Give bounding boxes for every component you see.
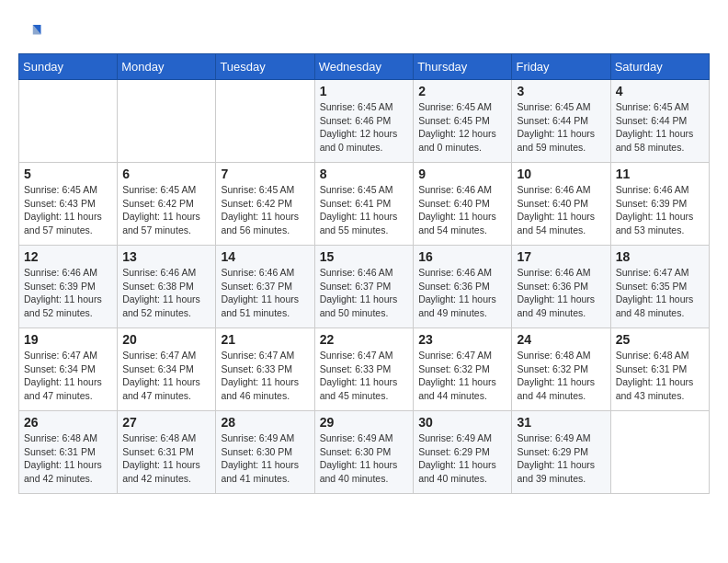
calendar-cell: 18Sunrise: 6:47 AM Sunset: 6:35 PM Dayli…: [610, 246, 709, 328]
calendar-cell: 27Sunrise: 6:48 AM Sunset: 6:31 PM Dayli…: [118, 411, 216, 494]
day-info: Sunrise: 6:47 AM Sunset: 6:34 PM Dayligh…: [122, 349, 210, 403]
logo-icon: [18, 18, 44, 44]
day-number: 2: [418, 84, 506, 98]
calendar-cell: [610, 411, 709, 494]
day-number: 3: [517, 84, 605, 98]
calendar-week-2: 5Sunrise: 6:45 AM Sunset: 6:43 PM Daylig…: [19, 163, 710, 246]
calendar-cell: [19, 80, 118, 163]
calendar-cell: 7Sunrise: 6:45 AM Sunset: 6:42 PM Daylig…: [216, 163, 314, 246]
day-info: Sunrise: 6:46 AM Sunset: 6:40 PM Dayligh…: [517, 183, 605, 237]
day-number: 26: [24, 415, 112, 430]
day-number: 30: [418, 415, 506, 430]
day-info: Sunrise: 6:47 AM Sunset: 6:32 PM Dayligh…: [418, 349, 506, 403]
weekday-header-row: SundayMondayTuesdayWednesdayThursdayFrid…: [19, 54, 710, 80]
day-info: Sunrise: 6:46 AM Sunset: 6:37 PM Dayligh…: [221, 266, 309, 320]
calendar-week-1: 1Sunrise: 6:45 AM Sunset: 6:46 PM Daylig…: [19, 80, 710, 163]
day-number: 11: [616, 167, 704, 181]
day-number: 31: [517, 415, 605, 430]
day-number: 19: [24, 332, 112, 347]
page-header: [18, 18, 710, 44]
calendar-cell: 12Sunrise: 6:46 AM Sunset: 6:39 PM Dayli…: [19, 246, 118, 328]
calendar-cell: 4Sunrise: 6:45 AM Sunset: 6:44 PM Daylig…: [610, 80, 709, 163]
calendar-cell: [216, 80, 314, 163]
day-info: Sunrise: 6:47 AM Sunset: 6:35 PM Dayligh…: [616, 266, 704, 320]
day-number: 18: [616, 249, 704, 264]
calendar-cell: 2Sunrise: 6:45 AM Sunset: 6:45 PM Daylig…: [414, 80, 512, 163]
day-info: Sunrise: 6:47 AM Sunset: 6:33 PM Dayligh…: [320, 349, 409, 403]
day-info: Sunrise: 6:46 AM Sunset: 6:39 PM Dayligh…: [24, 266, 112, 320]
weekday-header-monday: Monday: [118, 54, 216, 80]
day-info: Sunrise: 6:47 AM Sunset: 6:34 PM Dayligh…: [24, 349, 112, 403]
day-number: 9: [418, 167, 506, 181]
day-info: Sunrise: 6:49 AM Sunset: 6:29 PM Dayligh…: [418, 431, 506, 486]
calendar-cell: 20Sunrise: 6:47 AM Sunset: 6:34 PM Dayli…: [118, 328, 216, 411]
day-number: 13: [122, 249, 210, 264]
calendar-cell: 1Sunrise: 6:45 AM Sunset: 6:46 PM Daylig…: [314, 80, 414, 163]
weekday-header-saturday: Saturday: [610, 54, 709, 80]
day-info: Sunrise: 6:45 AM Sunset: 6:42 PM Dayligh…: [221, 183, 309, 237]
calendar-cell: 31Sunrise: 6:49 AM Sunset: 6:29 PM Dayli…: [512, 411, 610, 494]
calendar-cell: 13Sunrise: 6:46 AM Sunset: 6:38 PM Dayli…: [118, 246, 216, 328]
day-number: 20: [122, 332, 210, 347]
day-info: Sunrise: 6:49 AM Sunset: 6:30 PM Dayligh…: [221, 431, 309, 486]
weekday-header-wednesday: Wednesday: [314, 54, 414, 80]
day-info: Sunrise: 6:45 AM Sunset: 6:44 PM Dayligh…: [517, 100, 605, 155]
calendar-cell: 15Sunrise: 6:46 AM Sunset: 6:37 PM Dayli…: [314, 246, 414, 328]
calendar-cell: 30Sunrise: 6:49 AM Sunset: 6:29 PM Dayli…: [414, 411, 512, 494]
day-number: 12: [24, 249, 112, 264]
day-info: Sunrise: 6:46 AM Sunset: 6:37 PM Dayligh…: [320, 266, 409, 320]
day-info: Sunrise: 6:45 AM Sunset: 6:42 PM Dayligh…: [122, 183, 210, 237]
day-info: Sunrise: 6:48 AM Sunset: 6:31 PM Dayligh…: [24, 431, 112, 486]
day-info: Sunrise: 6:45 AM Sunset: 6:43 PM Dayligh…: [24, 183, 112, 237]
day-number: 27: [122, 415, 210, 430]
weekday-header-tuesday: Tuesday: [216, 54, 314, 80]
day-number: 16: [418, 249, 506, 264]
calendar-cell: 22Sunrise: 6:47 AM Sunset: 6:33 PM Dayli…: [314, 328, 414, 411]
calendar-cell: 11Sunrise: 6:46 AM Sunset: 6:39 PM Dayli…: [610, 163, 709, 246]
day-number: 7: [221, 167, 309, 181]
day-info: Sunrise: 6:48 AM Sunset: 6:31 PM Dayligh…: [122, 431, 210, 486]
calendar-cell: 16Sunrise: 6:46 AM Sunset: 6:36 PM Dayli…: [414, 246, 512, 328]
day-number: 14: [221, 249, 309, 264]
day-number: 29: [320, 415, 409, 430]
day-number: 28: [221, 415, 309, 430]
day-number: 8: [320, 167, 409, 181]
day-number: 4: [616, 84, 704, 98]
calendar-week-3: 12Sunrise: 6:46 AM Sunset: 6:39 PM Dayli…: [19, 246, 710, 328]
calendar-cell: 8Sunrise: 6:45 AM Sunset: 6:41 PM Daylig…: [314, 163, 414, 246]
day-number: 15: [320, 249, 409, 264]
day-number: 24: [517, 332, 605, 347]
calendar-cell: 14Sunrise: 6:46 AM Sunset: 6:37 PM Dayli…: [216, 246, 314, 328]
calendar-cell: 23Sunrise: 6:47 AM Sunset: 6:32 PM Dayli…: [414, 328, 512, 411]
day-info: Sunrise: 6:46 AM Sunset: 6:38 PM Dayligh…: [122, 266, 210, 320]
calendar-cell: 21Sunrise: 6:47 AM Sunset: 6:33 PM Dayli…: [216, 328, 314, 411]
day-info: Sunrise: 6:45 AM Sunset: 6:44 PM Dayligh…: [616, 100, 704, 155]
day-number: 25: [616, 332, 704, 347]
day-info: Sunrise: 6:46 AM Sunset: 6:36 PM Dayligh…: [517, 266, 605, 320]
day-number: 5: [24, 167, 112, 181]
calendar-cell: 10Sunrise: 6:46 AM Sunset: 6:40 PM Dayli…: [512, 163, 610, 246]
day-number: 21: [221, 332, 309, 347]
weekday-header-sunday: Sunday: [19, 54, 118, 80]
calendar-cell: 28Sunrise: 6:49 AM Sunset: 6:30 PM Dayli…: [216, 411, 314, 494]
calendar-cell: 6Sunrise: 6:45 AM Sunset: 6:42 PM Daylig…: [118, 163, 216, 246]
calendar-cell: 29Sunrise: 6:49 AM Sunset: 6:30 PM Dayli…: [314, 411, 414, 494]
day-info: Sunrise: 6:48 AM Sunset: 6:31 PM Dayligh…: [616, 349, 704, 403]
day-info: Sunrise: 6:49 AM Sunset: 6:30 PM Dayligh…: [320, 431, 409, 486]
calendar-cell: 19Sunrise: 6:47 AM Sunset: 6:34 PM Dayli…: [19, 328, 118, 411]
calendar-cell: 9Sunrise: 6:46 AM Sunset: 6:40 PM Daylig…: [414, 163, 512, 246]
calendar-cell: 3Sunrise: 6:45 AM Sunset: 6:44 PM Daylig…: [512, 80, 610, 163]
day-number: 17: [517, 249, 605, 264]
day-number: 6: [122, 167, 210, 181]
calendar-cell: [118, 80, 216, 163]
day-info: Sunrise: 6:47 AM Sunset: 6:33 PM Dayligh…: [221, 349, 309, 403]
day-number: 22: [320, 332, 409, 347]
day-info: Sunrise: 6:46 AM Sunset: 6:40 PM Dayligh…: [418, 183, 506, 237]
calendar-week-4: 19Sunrise: 6:47 AM Sunset: 6:34 PM Dayli…: [19, 328, 710, 411]
day-info: Sunrise: 6:46 AM Sunset: 6:36 PM Dayligh…: [418, 266, 506, 320]
day-info: Sunrise: 6:45 AM Sunset: 6:41 PM Dayligh…: [320, 183, 409, 237]
day-number: 23: [418, 332, 506, 347]
calendar-cell: 26Sunrise: 6:48 AM Sunset: 6:31 PM Dayli…: [19, 411, 118, 494]
day-info: Sunrise: 6:49 AM Sunset: 6:29 PM Dayligh…: [517, 431, 605, 486]
calendar-cell: 17Sunrise: 6:46 AM Sunset: 6:36 PM Dayli…: [512, 246, 610, 328]
